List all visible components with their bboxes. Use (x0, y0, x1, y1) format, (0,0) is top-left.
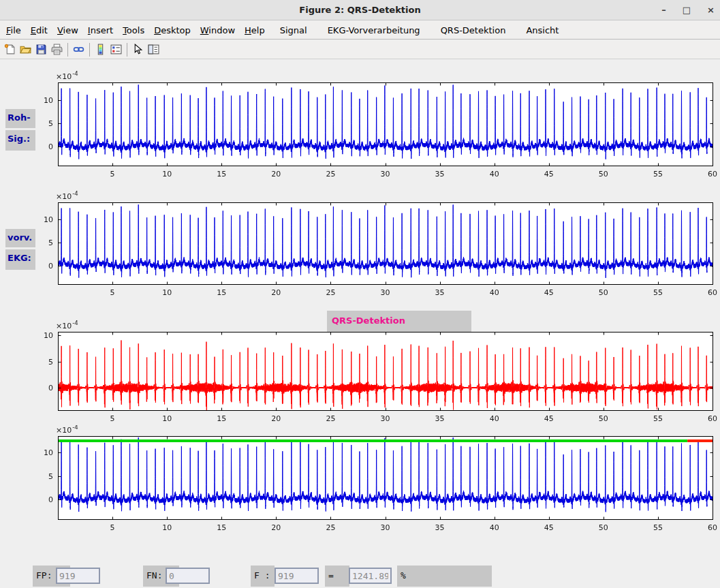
menu-tools[interactable]: Tools (118, 25, 149, 35)
maximize-button[interactable]: □ (683, 0, 691, 20)
open-file-icon[interactable] (18, 42, 33, 57)
menu-signal[interactable]: Signal (270, 25, 317, 35)
raw-ecg-plot (0, 68, 720, 181)
menu-ekg-vorverarbeitung[interactable]: EKG-Vorverarbeitung (317, 25, 431, 35)
detection-result-plot (0, 425, 720, 534)
save-figure-icon[interactable] (33, 42, 49, 57)
titlebar: Figure 2: QRS-Detektion – □ × (0, 0, 720, 20)
menu-edit[interactable]: Edit (26, 25, 52, 35)
fp-value-field[interactable] (56, 568, 100, 584)
window-controls: – □ × (661, 0, 715, 20)
menu-ansicht[interactable]: Ansicht (516, 25, 569, 35)
menu-window[interactable]: Window (195, 25, 240, 35)
figure-toolbar (0, 40, 720, 59)
toolbar-separator (89, 43, 90, 57)
qrs-detection-plot (0, 319, 720, 425)
edit-plot-icon[interactable] (130, 42, 146, 57)
menu-insert[interactable]: Insert (83, 25, 118, 35)
result-value-field[interactable] (349, 568, 392, 584)
close-button[interactable]: × (707, 0, 715, 20)
toolbar-separator (127, 43, 127, 57)
insert-colorbar-icon[interactable] (93, 42, 108, 57)
menu-help[interactable]: Help (240, 25, 270, 35)
equals-label: = (325, 566, 349, 587)
new-figure-icon[interactable] (2, 42, 18, 57)
link-plot-icon[interactable] (71, 42, 87, 57)
f-label: F : (251, 566, 275, 587)
percent-label: % (397, 566, 492, 587)
figure-window: Figure 2: QRS-Detektion – □ × File Edit … (0, 0, 720, 588)
insert-legend-icon[interactable] (108, 42, 124, 57)
menu-qrs-detektion[interactable]: QRS-Detektion (431, 25, 516, 35)
f-value-field[interactable] (275, 568, 319, 584)
fn-value-field[interactable] (166, 568, 210, 584)
menu-file[interactable]: File (1, 25, 26, 35)
minimize-button[interactable]: – (661, 0, 666, 20)
menu-desktop[interactable]: Desktop (149, 25, 195, 35)
property-editor-icon[interactable] (146, 42, 161, 57)
preprocessed-ecg-plot (0, 188, 720, 299)
toolbar-separator (67, 43, 68, 57)
menu-view[interactable]: View (52, 25, 83, 35)
window-title: Figure 2: QRS-Detektion (0, 5, 720, 15)
menubar: File Edit View Insert Tools Desktop Wind… (0, 21, 720, 40)
print-figure-icon[interactable] (49, 42, 65, 57)
